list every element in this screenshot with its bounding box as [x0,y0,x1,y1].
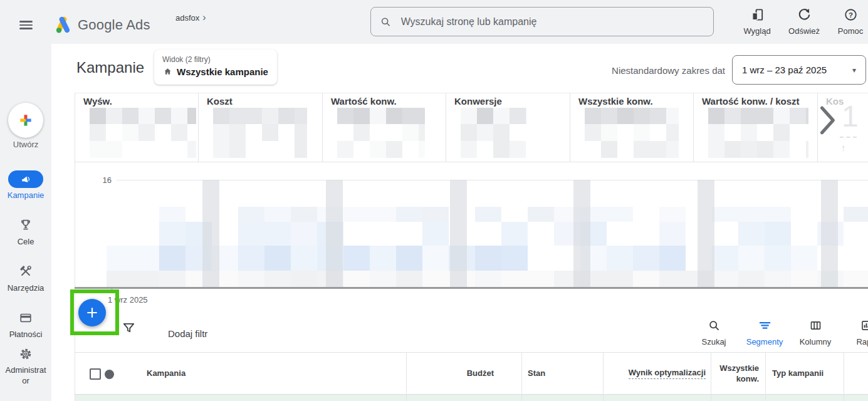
up-arrow-icon: ↑ [841,142,846,153]
caret-down-icon: ▾ [852,66,856,75]
column-header-optimization-score[interactable]: Wynik optymalizacji [603,352,711,394]
breadcrumb-account[interactable]: adsfox [175,13,199,23]
home-icon [162,66,173,77]
help-label: Pomoc [828,26,868,36]
breadcrumb[interactable]: adsfox › [175,13,206,23]
reports-button[interactable]: Rapo [842,319,868,346]
date-range-selector[interactable]: 1 wrz – 23 paź 2025 ▾ [732,55,866,85]
trophy-icon [19,218,33,232]
chart-x-axis-line [75,287,868,289]
payments-card-icon [19,311,33,325]
sidebar-item-label: Kampanie [0,190,51,200]
create-label: Utwórz [0,140,51,149]
column-header-all-conversions[interactable]: Wszystkie konw. [711,352,765,394]
columns-label: Kolumny [792,337,839,346]
help-icon: ? [844,8,858,22]
search-input[interactable] [400,16,704,28]
columns-icon [809,319,822,332]
page-title: Kampanie [76,59,144,76]
metric-column-all-conv[interactable]: Wszystkie konw. [578,96,653,107]
segments-icon [758,319,771,332]
megaphone-icon [20,174,32,185]
view-label: Wszystkie kampanie [177,66,268,77]
main-menu-icon[interactable] [19,21,33,29]
table-search-button[interactable]: Szukaj [690,319,738,346]
date-range-caption: Niestandardowy zakres dat [564,65,725,76]
column-header-status[interactable]: Stan [521,352,603,394]
sidebar-item-label: Płatności [0,330,51,339]
gear-icon [19,347,33,361]
multicolor-plus-icon [18,112,34,128]
refresh-button[interactable]: Odśwież [782,8,827,36]
column-header-campaign-type[interactable]: Typ kampanii [765,352,844,394]
view-filter-chip[interactable]: Widok (2 filtry) Wszystkie kampanie [154,49,277,85]
annotation-highlight-box [70,289,119,335]
add-filter-button[interactable]: Dodaj filtr [168,328,207,339]
search-icon [708,319,721,332]
metric-column-impressions[interactable]: Wyśw. [83,96,112,107]
appearance-label: Wygląd [735,26,780,36]
table-search-label: Szukaj [690,337,738,346]
columns-button[interactable]: Kolumny [792,319,839,346]
google-ads-logo-icon[interactable] [53,15,73,34]
select-all-checkbox[interactable] [90,368,101,380]
segments-button[interactable]: Segmenty [741,319,788,346]
sidebar-nav: Utwórz Kampanie [0,44,51,401]
column-header-campaign[interactable]: Kampania [147,352,335,394]
date-range-value: 1 wrz – 23 paź 2025 [742,65,827,75]
table-row[interactable] [75,395,868,401]
metric-column-conv-value[interactable]: Wartość konw. [331,96,397,107]
google-ads-app: Google Ads adsfox › Wygląd Odśwież [0,0,868,401]
column-header-budget[interactable]: Budżet [406,352,521,394]
help-button[interactable]: ? Pomoc [828,8,868,36]
product-name: Google Ads [78,17,150,33]
filter-funnel-icon[interactable] [122,321,136,335]
tools-icon [19,264,33,278]
sidebar-item-label: Narzędzia [0,283,51,293]
next-column-dashes [840,137,857,138]
refresh-icon [797,8,812,22]
view-caption: Widok (2 filtry) [162,55,269,64]
appearance-icon [750,8,765,22]
scroll-columns-right-chevron[interactable] [819,105,837,135]
status-dot-icon[interactable] [105,370,114,379]
refresh-label: Odśwież [782,26,827,36]
next-column-faded-value: 1 [842,99,859,133]
top-bar: Google Ads adsfox › Wygląd Odśwież [0,0,868,44]
appearance-button[interactable]: Wygląd [735,8,780,36]
metric-column-conv-value-cost[interactable]: Wartość konw. / koszt [702,96,800,107]
sidebar-item-label: Administrator [3,365,48,386]
metric-column-conversions[interactable]: Konwersje [454,96,502,107]
metric-column-cost[interactable]: Koszt [207,96,233,107]
segments-label: Segmenty [741,337,788,346]
svg-text:?: ? [848,11,852,19]
y-axis-tick-16: 16 [93,175,112,185]
reports-label: Rapo [842,337,868,346]
create-button[interactable] [8,103,43,138]
chevron-right-icon: › [202,13,206,23]
reports-icon [860,319,868,332]
sidebar-item-label: Cele [0,237,51,246]
search-icon [380,16,392,28]
search-bar[interactable] [370,7,714,36]
campaigns-pill[interactable] [8,170,43,188]
